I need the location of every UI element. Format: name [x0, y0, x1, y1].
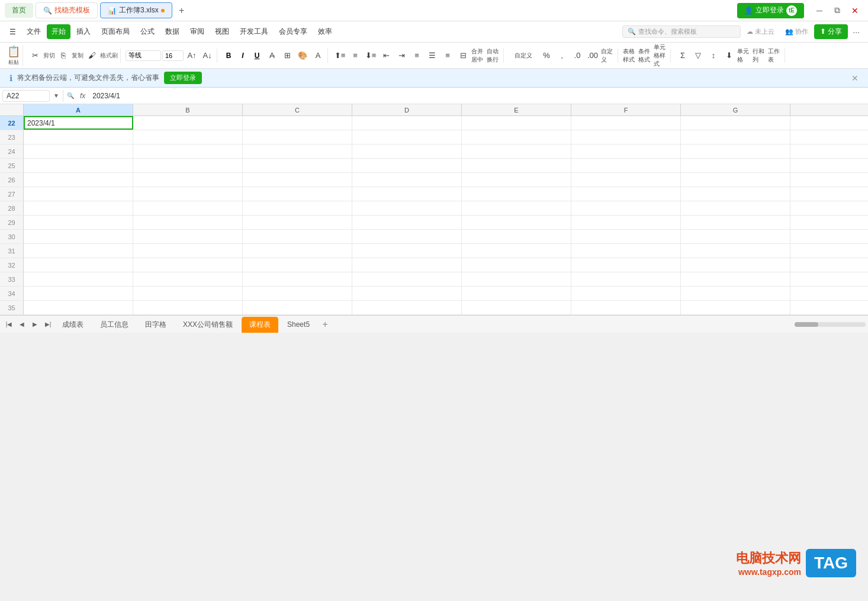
restore-button[interactable]: ⧉	[829, 2, 846, 19]
sheet-nav-first[interactable]: |◀	[2, 318, 15, 331]
grid-cell[interactable]	[243, 216, 352, 229]
grid-cell[interactable]	[133, 301, 243, 314]
sheet-tab[interactable]: 成绩表	[54, 317, 91, 332]
minimize-button[interactable]: ─	[811, 2, 828, 19]
percent-button[interactable]: %	[539, 49, 554, 63]
underline-button[interactable]: U	[250, 49, 263, 62]
sheet-nav-prev[interactable]: ◀	[15, 318, 28, 331]
decimal-increase-button[interactable]: .0	[570, 49, 584, 63]
menu-file[interactable]: 文件	[22, 24, 46, 39]
grid-cell[interactable]	[24, 173, 133, 187]
more-button[interactable]: ···	[849, 26, 863, 38]
grid-cell[interactable]	[571, 272, 681, 286]
font-size-input[interactable]	[162, 50, 184, 61]
grid-cell[interactable]	[681, 216, 790, 229]
sum-button[interactable]: Σ	[676, 49, 690, 63]
grid-cell[interactable]	[243, 230, 352, 243]
grid-cell[interactable]	[352, 301, 462, 314]
grid-cell[interactable]	[352, 216, 462, 229]
grid-cell[interactable]	[243, 301, 352, 314]
grid-cell[interactable]	[352, 116, 462, 130]
col-header-g[interactable]: G	[681, 104, 790, 115]
sheet-tab[interactable]: XXX公司销售额	[175, 317, 240, 332]
row-number[interactable]: 33	[0, 272, 24, 286]
grid-cell[interactable]	[243, 201, 352, 215]
paste-button[interactable]: 📋 粘贴	[7, 45, 20, 66]
grid-cell[interactable]	[462, 159, 571, 172]
row-number[interactable]: 22	[0, 116, 24, 130]
row-number[interactable]: 29	[0, 216, 24, 229]
grid-cell[interactable]	[681, 230, 790, 243]
grid-cell[interactable]	[24, 187, 133, 201]
grid-cell[interactable]	[133, 287, 243, 300]
grid-cell[interactable]	[571, 230, 681, 243]
fill-color-button[interactable]: 🎨	[295, 49, 310, 63]
row-number[interactable]: 32	[0, 258, 24, 272]
cut-label[interactable]: 剪切	[43, 52, 55, 60]
grid-cell[interactable]	[24, 301, 133, 314]
grid-cell[interactable]	[571, 301, 681, 314]
grid-cell[interactable]: 2023/4/1	[24, 116, 133, 130]
font-name-input[interactable]	[126, 50, 161, 61]
fx-button[interactable]: fx	[78, 92, 88, 100]
font-size-field[interactable]	[162, 50, 184, 61]
merge-button[interactable]: 合并居中	[471, 49, 486, 63]
grid-cell[interactable]	[462, 201, 571, 215]
row-number[interactable]: 34	[0, 287, 24, 300]
search-box[interactable]: 🔍 查找命令、搜索模板	[622, 25, 741, 38]
grid-cell[interactable]	[352, 130, 462, 144]
auto-wrap-button[interactable]: 自动换行	[487, 49, 501, 63]
grid-cell[interactable]	[571, 216, 681, 229]
col-header-d[interactable]: D	[352, 104, 462, 115]
indent-right-button[interactable]: ⇥	[394, 49, 409, 63]
cond-format-button[interactable]: 条件格式	[638, 49, 652, 63]
grid-cell[interactable]	[571, 258, 681, 272]
grid-cell[interactable]	[133, 159, 243, 172]
grid-cell[interactable]	[133, 244, 243, 258]
format-brush-button[interactable]: 🖌	[85, 49, 99, 63]
grid-cell[interactable]	[352, 159, 462, 172]
single-cell-button[interactable]: 单元格	[737, 49, 751, 63]
grid-cell[interactable]	[681, 173, 790, 187]
menu-efficiency[interactable]: 效率	[313, 24, 337, 39]
menu-start[interactable]: 开始	[47, 24, 70, 39]
grid-cell[interactable]	[462, 144, 571, 158]
grid-cell[interactable]	[462, 187, 571, 201]
grid-cell[interactable]	[24, 216, 133, 229]
sheet-nav-next[interactable]: ▶	[28, 318, 41, 331]
font-decrease-button[interactable]: A↓	[200, 49, 214, 63]
grid-cell[interactable]	[462, 130, 571, 144]
close-button[interactable]: ✕	[847, 2, 863, 19]
grid-cell[interactable]	[681, 116, 790, 130]
grid-cell[interactable]	[133, 144, 243, 158]
grid-cell[interactable]	[681, 272, 790, 286]
grid-cell[interactable]	[681, 287, 790, 300]
menu-data[interactable]: 数据	[160, 24, 184, 39]
grid-cell[interactable]	[462, 173, 571, 187]
strikethrough-button[interactable]: A̶	[265, 49, 279, 63]
grid-cell[interactable]	[462, 258, 571, 272]
align-center-button[interactable]: ☰	[425, 49, 439, 63]
grid-cell[interactable]	[571, 130, 681, 144]
grid-cell[interactable]	[571, 173, 681, 187]
grid-cell[interactable]	[681, 201, 790, 215]
align-left-button[interactable]: ≡	[410, 49, 424, 63]
row-number[interactable]: 25	[0, 159, 24, 172]
grid-cell[interactable]	[571, 187, 681, 201]
scroll-track[interactable]	[795, 322, 866, 327]
login-button[interactable]: 👤 立即登录 tE	[737, 3, 804, 18]
scroll-thumb[interactable]	[795, 322, 818, 327]
grid-cell[interactable]	[681, 187, 790, 201]
grid-cell[interactable]	[243, 173, 352, 187]
grid-cell[interactable]	[681, 144, 790, 158]
grid-cell[interactable]	[24, 244, 133, 258]
grid-cell[interactable]	[243, 159, 352, 172]
grid-cell[interactable]	[571, 201, 681, 215]
grid-cell[interactable]	[243, 144, 352, 158]
grid-cell[interactable]	[462, 116, 571, 130]
grid-cell[interactable]	[352, 258, 462, 272]
copy-label[interactable]: 复制	[72, 52, 83, 60]
sort-button[interactable]: ↕	[706, 49, 721, 63]
menu-member[interactable]: 会员专享	[274, 24, 312, 39]
grid-cell[interactable]	[24, 159, 133, 172]
